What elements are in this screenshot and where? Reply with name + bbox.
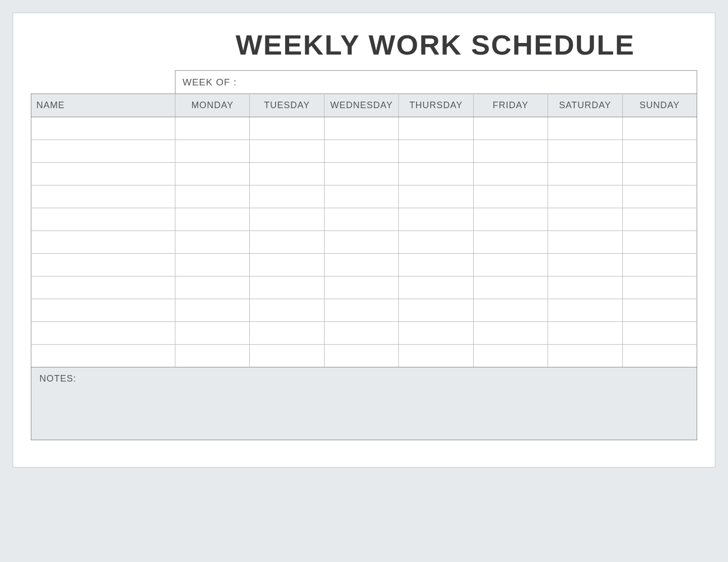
schedule-cell[interactable]	[548, 140, 622, 163]
name-cell[interactable]	[31, 185, 175, 208]
schedule-cell[interactable]	[324, 322, 398, 345]
schedule-cell[interactable]	[250, 185, 324, 208]
schedule-cell[interactable]	[473, 345, 548, 367]
schedule-cell[interactable]	[324, 185, 398, 208]
schedule-cell[interactable]	[250, 322, 324, 345]
schedule-cell[interactable]	[175, 322, 250, 345]
schedule-cell[interactable]	[622, 299, 697, 322]
schedule-cell[interactable]	[250, 345, 324, 367]
schedule-cell[interactable]	[399, 322, 473, 345]
schedule-cell[interactable]	[473, 322, 548, 345]
table-row	[31, 345, 697, 367]
name-cell[interactable]	[31, 140, 175, 163]
name-cell[interactable]	[31, 231, 175, 254]
schedule-cell[interactable]	[175, 345, 250, 367]
schedule-cell[interactable]	[399, 140, 473, 163]
name-cell[interactable]	[31, 322, 175, 345]
week-of-label: WEEK OF :	[183, 77, 237, 88]
schedule-cell[interactable]	[622, 276, 697, 299]
schedule-cell[interactable]	[473, 208, 548, 231]
name-cell[interactable]	[31, 117, 175, 140]
schedule-cell[interactable]	[250, 231, 324, 254]
schedule-cell[interactable]	[473, 117, 548, 140]
schedule-cell[interactable]	[399, 231, 473, 254]
schedule-cell[interactable]	[399, 117, 473, 140]
schedule-cell[interactable]	[175, 299, 250, 322]
schedule-cell[interactable]	[250, 254, 324, 276]
name-cell[interactable]	[31, 208, 175, 231]
schedule-cell[interactable]	[548, 299, 622, 322]
schedule-cell[interactable]	[622, 345, 697, 367]
schedule-cell[interactable]	[622, 140, 697, 163]
schedule-cell[interactable]	[324, 163, 398, 185]
schedule-cell[interactable]	[399, 276, 473, 299]
schedule-cell[interactable]	[473, 254, 548, 276]
schedule-cell[interactable]	[324, 117, 398, 140]
schedule-cell[interactable]	[175, 117, 250, 140]
table-row	[31, 117, 697, 140]
table-row	[31, 254, 697, 276]
schedule-cell[interactable]	[548, 322, 622, 345]
schedule-cell[interactable]	[175, 254, 250, 276]
name-cell[interactable]	[31, 163, 175, 185]
table-row	[31, 276, 697, 299]
schedule-cell[interactable]	[473, 231, 548, 254]
schedule-cell[interactable]	[399, 254, 473, 276]
schedule-cell[interactable]	[250, 299, 324, 322]
schedule-page: WEEKLY WORK SCHEDULE WEEK OF : NAME MOND…	[13, 13, 715, 467]
schedule-cell[interactable]	[324, 208, 398, 231]
header-tuesday: TUESDAY	[250, 94, 324, 117]
table-row	[31, 185, 697, 208]
schedule-cell[interactable]	[175, 208, 250, 231]
schedule-cell[interactable]	[548, 231, 622, 254]
schedule-cell[interactable]	[324, 140, 398, 163]
schedule-cell[interactable]	[324, 299, 398, 322]
name-cell[interactable]	[31, 276, 175, 299]
name-cell[interactable]	[31, 254, 175, 276]
schedule-cell[interactable]	[250, 117, 324, 140]
schedule-cell[interactable]	[548, 185, 622, 208]
schedule-cell[interactable]	[622, 231, 697, 254]
schedule-cell[interactable]	[622, 208, 697, 231]
schedule-cell[interactable]	[324, 345, 398, 367]
schedule-cell[interactable]	[548, 276, 622, 299]
schedule-cell[interactable]	[622, 163, 697, 185]
header-row: NAME MONDAY TUESDAY WEDNESDAY THURSDAY F…	[31, 94, 697, 117]
schedule-cell[interactable]	[622, 322, 697, 345]
schedule-cell[interactable]	[250, 140, 324, 163]
header-saturday: SATURDAY	[548, 94, 622, 117]
schedule-cell[interactable]	[175, 140, 250, 163]
schedule-cell[interactable]	[250, 276, 324, 299]
schedule-cell[interactable]	[473, 140, 548, 163]
notes-label: NOTES:	[39, 373, 76, 384]
schedule-cell[interactable]	[399, 208, 473, 231]
name-cell[interactable]	[31, 299, 175, 322]
schedule-cell[interactable]	[399, 185, 473, 208]
schedule-cell[interactable]	[324, 276, 398, 299]
schedule-cell[interactable]	[175, 276, 250, 299]
schedule-cell[interactable]	[324, 254, 398, 276]
schedule-cell[interactable]	[250, 208, 324, 231]
schedule-cell[interactable]	[548, 163, 622, 185]
schedule-cell[interactable]	[473, 276, 548, 299]
schedule-cell[interactable]	[473, 163, 548, 185]
schedule-cell[interactable]	[250, 163, 324, 185]
schedule-cell[interactable]	[622, 254, 697, 276]
schedule-cell[interactable]	[473, 185, 548, 208]
schedule-cell[interactable]	[399, 163, 473, 185]
schedule-cell[interactable]	[622, 117, 697, 140]
schedule-cell[interactable]	[175, 231, 250, 254]
schedule-cell[interactable]	[548, 208, 622, 231]
schedule-cell[interactable]	[399, 345, 473, 367]
schedule-cell[interactable]	[473, 299, 548, 322]
schedule-cell[interactable]	[622, 185, 697, 208]
header-wednesday: WEDNESDAY	[324, 94, 398, 117]
schedule-cell[interactable]	[175, 163, 250, 185]
schedule-cell[interactable]	[548, 117, 622, 140]
schedule-cell[interactable]	[324, 231, 398, 254]
schedule-cell[interactable]	[399, 299, 473, 322]
schedule-cell[interactable]	[548, 345, 622, 367]
name-cell[interactable]	[31, 345, 175, 367]
schedule-cell[interactable]	[548, 254, 622, 276]
schedule-cell[interactable]	[175, 185, 250, 208]
